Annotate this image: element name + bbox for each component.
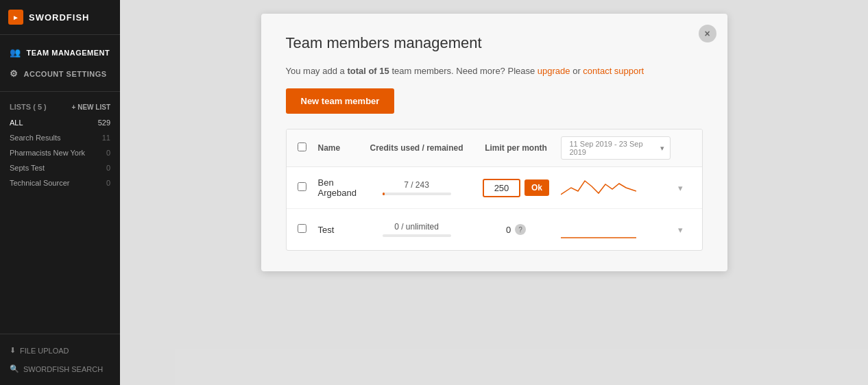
- table-row: Test 0 / unlimited 0 ?: [287, 209, 702, 250]
- credits-value: 0 / unlimited: [362, 222, 472, 232]
- modal: × Team members management You may add a …: [261, 14, 727, 271]
- header-date: 11 Sep 2019 - 23 Sep 2019 ▾: [561, 136, 671, 160]
- limit-cell: Ok: [472, 179, 561, 197]
- logo-text: SWORDFISH: [29, 12, 89, 23]
- modal-close-button[interactable]: ×: [699, 25, 716, 42]
- list-item-label: ALL: [10, 119, 23, 127]
- chart-cell: [561, 216, 671, 243]
- or-text: or: [570, 66, 583, 76]
- credits-bar-fill: [383, 192, 385, 195]
- member-name: Test: [318, 225, 362, 235]
- modal-description: You may add a total of 15 team members. …: [286, 66, 703, 76]
- sidebar-nav: 👥 TEAM MANAGEMENT ⚙ ACCOUNT SETTINGS: [0, 35, 120, 91]
- sidebar: ► SWORDFISH 👥 TEAM MANAGEMENT ⚙ ACCOUNT …: [0, 0, 120, 385]
- desc-prefix: You may add a: [286, 66, 348, 76]
- ok-button[interactable]: Ok: [525, 179, 549, 196]
- list-item-label: Technical Sourcer: [10, 179, 69, 187]
- help-icon[interactable]: ?: [515, 224, 526, 235]
- header-checkbox-col: [298, 142, 318, 153]
- select-all-checkbox[interactable]: [298, 142, 306, 151]
- contact-support-link[interactable]: contact support: [583, 66, 644, 76]
- gear-icon: ⚙: [10, 69, 19, 79]
- chart-cell: [561, 174, 671, 201]
- search-icon: 🔍: [10, 364, 19, 373]
- row-checkbox-col: [298, 224, 318, 235]
- table-header: Name Credits used / remained Limit per m…: [287, 129, 702, 167]
- list-item-label: Pharmacists New York: [10, 149, 85, 157]
- list-item-count: 11: [102, 134, 110, 142]
- usage-chart: [561, 174, 636, 200]
- header-name: Name: [318, 143, 362, 153]
- modal-overlay: × Team members management You may add a …: [120, 0, 868, 385]
- header-limit: Limit per month: [472, 143, 561, 153]
- credits-cell: 7 / 243: [362, 180, 472, 195]
- credits-bar-background: [383, 234, 451, 237]
- sidebar-bottom: ⬇ FILE UPLOAD 🔍 SWORDFISH SEARCH: [0, 334, 120, 385]
- upload-icon: ⬇: [10, 346, 16, 355]
- sidebar-item-label: ACCOUNT SETTINGS: [24, 70, 107, 78]
- main-content: × Team members management You may add a …: [120, 0, 868, 385]
- chevron-down-icon: ▾: [660, 144, 664, 153]
- limit-value: 0: [506, 225, 511, 235]
- new-team-member-button[interactable]: New team member: [286, 88, 395, 114]
- sidebar-item-team-management[interactable]: 👥 TEAM MANAGEMENT: [0, 42, 120, 63]
- list-item-count: 0: [106, 149, 110, 157]
- limit-cell: 0 ?: [472, 224, 561, 235]
- header-credits: Credits used / remained: [362, 143, 472, 153]
- desc-suffix: team members. Need more? Please: [389, 66, 538, 76]
- credits-cell: 0 / unlimited: [362, 222, 472, 237]
- lists-section: LISTS ( 5 ) + NEW LIST ALL 529 Search Re…: [0, 91, 120, 197]
- expand-button[interactable]: ▾: [671, 183, 691, 193]
- upgrade-link[interactable]: upgrade: [538, 66, 570, 76]
- file-upload-label: FILE UPLOAD: [20, 347, 69, 355]
- modal-title: Team members management: [286, 34, 703, 52]
- table-row: Ben Argeband 7 / 243 Ok: [287, 167, 702, 209]
- row-checkbox[interactable]: [298, 182, 306, 191]
- list-item-pharmacists[interactable]: Pharmacists New York 0: [0, 145, 120, 160]
- lists-label: LISTS ( 5 ): [10, 103, 47, 111]
- list-item-search-results[interactable]: Search Results 11: [0, 130, 120, 145]
- date-range-text: 11 Sep 2019 - 23 Sep 2019: [570, 140, 658, 156]
- credits-bar-background: [383, 192, 451, 195]
- desc-bold: total of 15: [347, 66, 389, 76]
- lists-header: LISTS ( 5 ) + NEW LIST: [0, 99, 120, 115]
- limit-input[interactable]: [483, 179, 520, 197]
- logo: ► SWORDFISH: [0, 0, 120, 35]
- swordfish-search-item[interactable]: 🔍 SWORDFISH SEARCH: [0, 360, 120, 378]
- team-icon: 👥: [10, 47, 21, 58]
- new-list-button[interactable]: + NEW LIST: [72, 103, 110, 111]
- list-item-count: 529: [98, 119, 110, 127]
- usage-chart: [561, 216, 636, 242]
- members-table: Name Credits used / remained Limit per m…: [286, 129, 703, 251]
- date-range-selector[interactable]: 11 Sep 2019 - 23 Sep 2019 ▾: [561, 136, 671, 160]
- row-checkbox[interactable]: [298, 224, 306, 233]
- expand-button[interactable]: ▾: [671, 225, 691, 235]
- logo-icon: ►: [8, 10, 23, 25]
- list-item-technical-sourcer[interactable]: Technical Sourcer 0: [0, 175, 120, 190]
- list-item-count: 0: [106, 179, 110, 187]
- list-item-all[interactable]: ALL 529: [0, 115, 120, 130]
- file-upload-item[interactable]: ⬇ FILE UPLOAD: [0, 341, 120, 360]
- member-name: Ben Argeband: [318, 177, 362, 198]
- list-item-label: Septs Test: [10, 164, 45, 172]
- sidebar-item-label: TEAM MANAGEMENT: [27, 49, 110, 57]
- list-item-septs-test[interactable]: Septs Test 0: [0, 160, 120, 175]
- row-checkbox-col: [298, 182, 318, 193]
- swordfish-search-label: SWORDFISH SEARCH: [23, 365, 103, 373]
- list-item-count: 0: [106, 164, 110, 172]
- list-item-label: Search Results: [10, 134, 61, 142]
- sidebar-item-account-settings[interactable]: ⚙ ACCOUNT SETTINGS: [0, 63, 120, 84]
- credits-value: 7 / 243: [362, 180, 472, 190]
